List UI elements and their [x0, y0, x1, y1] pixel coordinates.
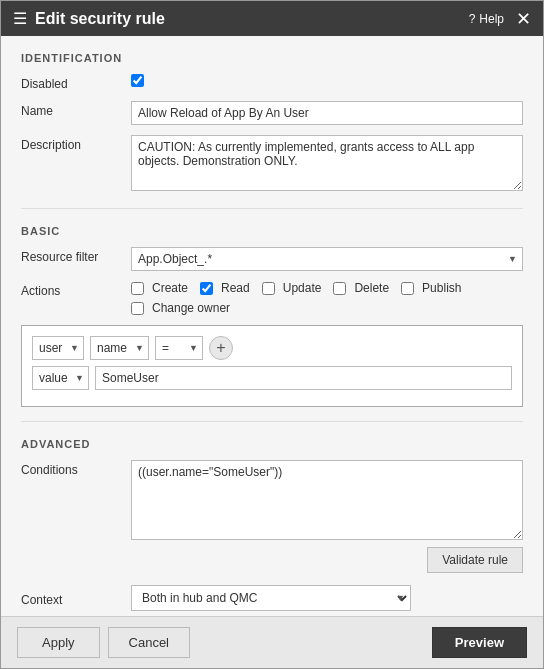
op-select[interactable]: =	[155, 336, 203, 360]
create-checkbox[interactable]	[131, 282, 144, 295]
col1-select-wrap: user ▼	[32, 336, 84, 360]
modal-container: ☰ Edit security rule ? Help ✕ IDENTIFICA…	[0, 0, 544, 669]
conditions-form-row: Conditions ((user.name="SomeUser")) Vali…	[21, 460, 523, 573]
header-right: ? Help ✕	[469, 10, 531, 28]
description-label: Description	[21, 135, 131, 152]
read-label: Read	[221, 281, 250, 295]
basic-section-title: BASIC	[21, 225, 523, 237]
actions-row: Actions Create Read Update	[21, 281, 523, 315]
context-label: Context	[21, 590, 131, 607]
action-delete: Delete	[333, 281, 389, 295]
action-publish: Publish	[401, 281, 461, 295]
publish-label: Publish	[422, 281, 461, 295]
validate-wrapper: Validate rule	[131, 543, 523, 573]
advanced-section-title: ADVANCED	[21, 438, 523, 450]
description-control: CAUTION: As currently implemented, grant…	[131, 135, 523, 194]
divider-2	[21, 421, 523, 422]
context-select[interactable]: Both in hub and QMC	[131, 585, 411, 611]
action-create: Create	[131, 281, 188, 295]
conditions-label: Conditions	[21, 460, 131, 477]
update-checkbox[interactable]	[262, 282, 275, 295]
footer-left-buttons: Apply Cancel	[17, 627, 190, 658]
delete-checkbox[interactable]	[333, 282, 346, 295]
change-owner-label: Change owner	[152, 301, 230, 315]
page-title: Edit security rule	[35, 10, 165, 28]
read-checkbox[interactable]	[200, 282, 213, 295]
action-read: Read	[200, 281, 250, 295]
description-row: Description CAUTION: As currently implem…	[21, 135, 523, 194]
menu-icon: ☰	[13, 9, 27, 28]
disabled-label: Disabled	[21, 74, 131, 91]
identification-section-title: IDENTIFICATION	[21, 52, 523, 64]
cancel-button[interactable]: Cancel	[108, 627, 190, 658]
modal-body: IDENTIFICATION Disabled Name Description…	[1, 36, 543, 616]
conditions-row-2: value ▼	[32, 366, 512, 390]
conditions-textarea[interactable]: ((user.name="SomeUser"))	[131, 460, 523, 540]
add-condition-button[interactable]: +	[209, 336, 233, 360]
conditions-form-control: ((user.name="SomeUser")) Validate rule	[131, 460, 523, 573]
action-change-owner: Change owner	[131, 301, 230, 315]
name-row: Name	[21, 101, 523, 125]
name-control	[131, 101, 523, 125]
value-select-wrap: value ▼	[32, 366, 89, 390]
value-input[interactable]	[95, 366, 512, 390]
update-label: Update	[283, 281, 322, 295]
resource-filter-control: App.Object_.*	[131, 247, 523, 271]
publish-checkbox[interactable]	[401, 282, 414, 295]
disabled-checkbox[interactable]	[131, 74, 144, 87]
resource-filter-select-wrap: App.Object_.*	[131, 247, 523, 271]
context-select-wrap: Both in hub and QMC ▼	[131, 585, 411, 611]
resource-filter-row: Resource filter App.Object_.*	[21, 247, 523, 271]
change-owner-checkbox[interactable]	[131, 302, 144, 315]
header-left: ☰ Edit security rule	[13, 9, 165, 28]
question-icon: ?	[469, 12, 476, 26]
actions-label: Actions	[21, 281, 131, 298]
actions-checkboxes-row2: Change owner	[131, 301, 523, 315]
preview-button[interactable]: Preview	[432, 627, 527, 658]
actions-checkboxes: Create Read Update Delete	[131, 281, 523, 295]
create-label: Create	[152, 281, 188, 295]
name-label: Name	[21, 101, 131, 118]
apply-button[interactable]: Apply	[17, 627, 100, 658]
description-textarea[interactable]: CAUTION: As currently implemented, grant…	[131, 135, 523, 191]
modal-footer: Apply Cancel Preview	[1, 616, 543, 668]
context-control: Both in hub and QMC ▼	[131, 585, 523, 611]
value-select[interactable]: value	[32, 366, 89, 390]
disabled-row: Disabled	[21, 74, 523, 91]
op-select-wrap: = ▼	[155, 336, 203, 360]
context-row: Context Both in hub and QMC ▼	[21, 585, 523, 611]
action-update: Update	[262, 281, 322, 295]
divider-1	[21, 208, 523, 209]
disabled-control	[131, 74, 523, 87]
delete-label: Delete	[354, 281, 389, 295]
col1-select[interactable]: user	[32, 336, 84, 360]
resource-filter-select[interactable]: App.Object_.*	[131, 247, 523, 271]
conditions-builder-box: user ▼ name ▼ = ▼ +	[21, 325, 523, 407]
conditions-row-1: user ▼ name ▼ = ▼ +	[32, 336, 512, 360]
close-button[interactable]: ✕	[516, 10, 531, 28]
col2-select-wrap: name ▼	[90, 336, 149, 360]
validate-rule-button[interactable]: Validate rule	[427, 547, 523, 573]
resource-filter-label: Resource filter	[21, 247, 131, 264]
modal-header: ☰ Edit security rule ? Help ✕	[1, 1, 543, 36]
col2-select[interactable]: name	[90, 336, 149, 360]
help-label: Help	[479, 12, 504, 26]
help-button[interactable]: ? Help	[469, 12, 504, 26]
actions-control: Create Read Update Delete	[131, 281, 523, 315]
name-input[interactable]	[131, 101, 523, 125]
